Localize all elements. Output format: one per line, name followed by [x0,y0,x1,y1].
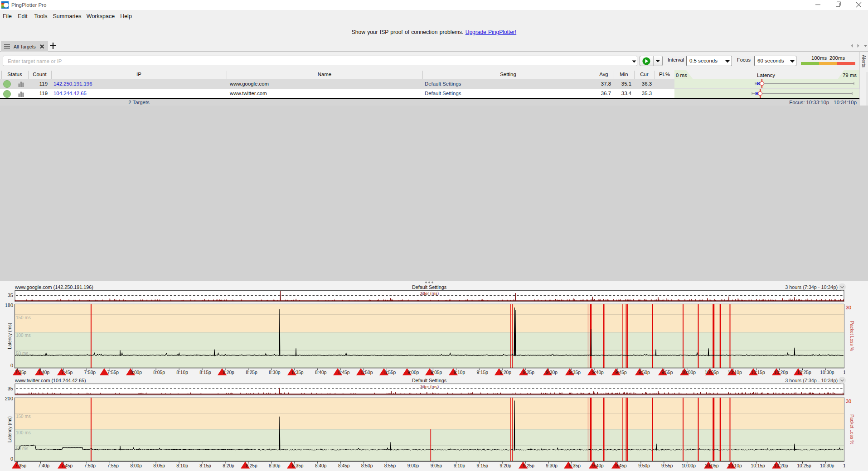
svg-text:7:45p: 7:45p [61,370,73,375]
svg-text:10:10p: 10:10p [728,370,742,375]
svg-text:8:40p: 8:40p [315,370,327,375]
svg-text:Default Settings: Default Settings [412,284,447,290]
svg-text:Packet Loss %: Packet Loss % [849,414,854,444]
svg-text:10:15p: 10:15p [751,370,765,375]
svg-text:10:05p: 10:05p [705,463,719,468]
svg-text:10:05p: 10:05p [705,370,719,375]
svg-text:8:55p: 8:55p [384,463,396,468]
svg-text:Packet Loss %: Packet Loss % [849,321,854,351]
svg-text:8:55p: 8:55p [384,370,396,375]
svg-text:10:25p: 10:25p [797,463,811,468]
svg-text:10:20p: 10:20p [774,370,788,375]
svg-text:8:40p: 8:40p [315,463,327,468]
svg-text:8:20p: 8:20p [223,370,234,375]
svg-text:10:00p: 10:00p [682,463,696,468]
svg-text:9:10p: 9:10p [454,370,466,375]
svg-text:8:10p: 8:10p [176,463,188,468]
svg-text:0: 0 [10,363,13,368]
svg-text:100 ms: 100 ms [16,333,31,338]
svg-text:7:55p: 7:55p [107,463,119,468]
svg-text:7:40p: 7:40p [38,463,50,468]
svg-text:0: 0 [10,456,13,461]
svg-text:10:15p: 10:15p [751,463,765,468]
svg-text:Default Settings: Default Settings [412,378,447,383]
svg-text:9:45p: 9:45p [615,370,627,375]
svg-text:7:55p: 7:55p [107,370,119,375]
svg-text:150 ms: 150 ms [16,414,31,419]
svg-text:8:30p: 8:30p [269,370,281,375]
svg-text:8:05p: 8:05p [153,370,165,375]
svg-text:30: 30 [846,305,851,310]
svg-text:0 ms: 0 ms [676,72,687,78]
svg-text:9:20p: 9:20p [499,463,511,468]
svg-text:35: 35 [8,293,13,298]
svg-text:Latency (ms): Latency (ms) [7,416,12,442]
svg-text:9:15p: 9:15p [477,370,489,375]
svg-text:10:10p: 10:10p [728,463,742,468]
svg-text:100 ms: 100 ms [16,430,31,435]
svg-text:8:35p: 8:35p [292,370,304,375]
svg-text:9:00p: 9:00p [407,370,419,375]
svg-text:9:35p: 9:35p [569,463,581,468]
svg-text:8:35p: 8:35p [292,463,304,468]
svg-text:9:55p: 9:55p [661,370,673,375]
svg-text:8:15p: 8:15p [199,463,211,468]
svg-text:9:45p: 9:45p [615,463,627,468]
svg-text:Jitter (ms): Jitter (ms) [420,384,439,389]
svg-text:www.google.com (142.250.191.19: www.google.com (142.250.191.196) [15,284,93,290]
svg-text:10:30p: 10:30p [820,463,834,468]
svg-text:8:15p: 8:15p [199,370,211,375]
svg-text:30: 30 [846,399,851,404]
svg-text:8:20p: 8:20p [223,463,234,468]
svg-text:Jitter (ms): Jitter (ms) [420,291,439,296]
svg-text:9:05p: 9:05p [431,370,442,375]
svg-text:7:35p: 7:35p [15,463,27,468]
svg-text:10:25p: 10:25p [797,370,811,375]
svg-text:8:00p: 8:00p [130,370,142,375]
svg-text:10:20p: 10:20p [774,463,788,468]
svg-text:7:40p: 7:40p [38,370,50,375]
svg-text:35: 35 [8,386,13,391]
svg-text:9:25p: 9:25p [523,370,534,375]
svg-text:180: 180 [5,303,13,308]
svg-text:9:00p: 9:00p [407,463,419,468]
svg-text:8:45p: 8:45p [338,463,350,468]
svg-text:8:45p: 8:45p [338,370,350,375]
svg-text:9:40p: 9:40p [592,370,604,375]
svg-text:8:25p: 8:25p [246,463,257,468]
svg-text:www.twitter.com (104.244.42.65: www.twitter.com (104.244.42.65) [15,378,86,383]
svg-text:9:25p: 9:25p [523,463,534,468]
svg-text:79 ms: 79 ms [843,72,857,78]
svg-text:3 hours (7:34p - 10:34p): 3 hours (7:34p - 10:34p) [785,284,838,290]
svg-text:Latency (ms): Latency (ms) [7,323,12,349]
svg-text:9:10p: 9:10p [454,463,466,468]
svg-text:3 hours (7:34p - 10:34p): 3 hours (7:34p - 10:34p) [785,378,838,383]
svg-text:7:35p: 7:35p [15,370,27,375]
svg-text:8:00p: 8:00p [130,463,142,468]
svg-text:9:35p: 9:35p [569,370,581,375]
svg-text:7:50p: 7:50p [84,370,96,375]
svg-text:8:50p: 8:50p [361,463,373,468]
svg-text:7:45p: 7:45p [61,463,73,468]
svg-text:9:40p: 9:40p [592,463,604,468]
svg-text:Latency: Latency [757,72,775,78]
svg-text:9:15p: 9:15p [477,463,489,468]
svg-text:9:30p: 9:30p [546,463,558,468]
svg-text:8:05p: 8:05p [153,463,165,468]
svg-text:9:55p: 9:55p [661,463,673,468]
svg-text:9:20p: 9:20p [499,370,511,375]
svg-text:9:50p: 9:50p [638,370,650,375]
svg-text:9:05p: 9:05p [431,463,442,468]
svg-text:8:50p: 8:50p [361,370,373,375]
svg-text:9:30p: 9:30p [546,370,558,375]
svg-text:8:25p: 8:25p [246,370,257,375]
svg-text:150 ms: 150 ms [16,315,31,320]
svg-text:10:00p: 10:00p [682,370,696,375]
svg-text:200: 200 [5,396,13,401]
svg-text:8:10p: 8:10p [176,370,188,375]
svg-text:50 ms: 50 ms [16,446,28,451]
svg-text:8:30p: 8:30p [269,463,281,468]
svg-text:7:50p: 7:50p [84,463,96,468]
svg-text:10:30p: 10:30p [820,370,834,375]
svg-text:9:50p: 9:50p [638,463,650,468]
